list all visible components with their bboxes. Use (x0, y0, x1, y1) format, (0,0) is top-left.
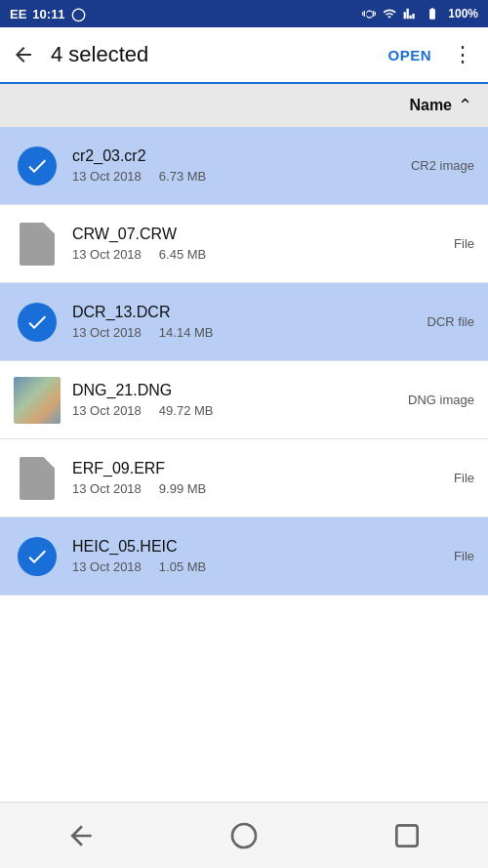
battery-icon (423, 7, 442, 21)
app-bar: 4 selected OPEN ⋮ (0, 27, 488, 84)
file-list: cr2_03.cr213 Oct 20186.73 MBCR2 imageCRW… (0, 127, 488, 802)
svg-point-0 (232, 824, 256, 847)
status-left: EE 10:11 ◯ (10, 7, 86, 21)
status-right: 100% (362, 7, 478, 21)
list-item[interactable]: DNG_21.DNG13 Oct 201849.72 MBDNG image (0, 361, 488, 439)
nav-back-button[interactable] (54, 808, 108, 863)
list-item[interactable]: ERF_09.ERF13 Oct 20189.99 MBFile (0, 439, 488, 517)
file-date: 13 Oct 2018 (72, 169, 142, 184)
file-generic-icon (14, 221, 61, 268)
file-meta: 13 Oct 20189.99 MB (72, 481, 454, 496)
svg-rect-1 (396, 825, 417, 846)
file-date: 13 Oct 2018 (72, 247, 142, 262)
selected-check-icon (14, 533, 61, 580)
file-name: cr2_03.cr2 (72, 147, 411, 165)
file-meta: 13 Oct 201814.14 MB (72, 325, 427, 340)
more-options-button[interactable]: ⋮ (445, 37, 480, 72)
thumbnail-icon (14, 377, 61, 424)
file-type: File (454, 236, 474, 251)
list-item[interactable]: HEIC_05.HEIC13 Oct 20181.05 MBFile (0, 517, 488, 596)
p-icon: ◯ (71, 7, 86, 21)
list-item[interactable]: DCR_13.DCR13 Oct 201814.14 MBDCR file (0, 283, 488, 361)
battery-label: 100% (448, 7, 478, 21)
list-item[interactable]: cr2_03.cr213 Oct 20186.73 MBCR2 image (0, 127, 488, 205)
wifi-icon (382, 7, 397, 21)
page-title: 4 selected (51, 42, 374, 67)
file-size: 6.45 MB (159, 247, 206, 262)
file-size: 14.14 MB (159, 325, 214, 340)
list-item[interactable]: CRW_07.CRW13 Oct 20186.45 MBFile (0, 205, 488, 283)
status-bar: EE 10:11 ◯ 100% (0, 0, 488, 27)
open-button[interactable]: OPEN (382, 39, 437, 71)
file-size: 49.72 MB (159, 403, 214, 418)
file-meta: 13 Oct 20186.73 MB (72, 169, 411, 184)
selected-check-icon (14, 299, 61, 346)
file-generic-icon (14, 455, 61, 502)
file-type: CR2 image (411, 158, 474, 173)
nav-recent-button[interactable] (380, 808, 434, 863)
carrier-label: EE (10, 7, 26, 21)
file-date: 13 Oct 2018 (72, 403, 142, 418)
file-meta: 13 Oct 20186.45 MB (72, 247, 454, 262)
file-name: DCR_13.DCR (72, 304, 427, 321)
file-type: File (454, 471, 474, 485)
file-type: DNG image (408, 393, 474, 407)
file-date: 13 Oct 2018 (72, 325, 142, 340)
sort-label[interactable]: Name (409, 97, 452, 114)
file-name: HEIC_05.HEIC (72, 538, 454, 556)
back-button[interactable] (4, 35, 43, 74)
file-date: 13 Oct 2018 (72, 559, 142, 574)
vibrate-icon (362, 7, 376, 21)
file-name: ERF_09.ERF (72, 460, 454, 477)
sort-bar: Name ⌃ (0, 84, 488, 127)
nav-home-button[interactable] (217, 808, 271, 863)
file-name: DNG_21.DNG (72, 382, 408, 399)
file-size: 6.73 MB (159, 169, 206, 184)
time-label: 10:11 (32, 7, 64, 21)
nav-bar (0, 802, 488, 868)
file-size: 1.05 MB (159, 559, 206, 574)
sort-direction-icon[interactable]: ⌃ (458, 95, 472, 116)
signal-icon (403, 7, 417, 21)
file-size: 9.99 MB (159, 481, 206, 496)
file-date: 13 Oct 2018 (72, 481, 142, 496)
file-type: DCR file (427, 314, 474, 329)
file-meta: 13 Oct 201849.72 MB (72, 403, 408, 418)
file-type: File (454, 549, 474, 563)
selected-check-icon (14, 143, 61, 189)
file-meta: 13 Oct 20181.05 MB (72, 559, 454, 574)
file-name: CRW_07.CRW (72, 226, 454, 243)
